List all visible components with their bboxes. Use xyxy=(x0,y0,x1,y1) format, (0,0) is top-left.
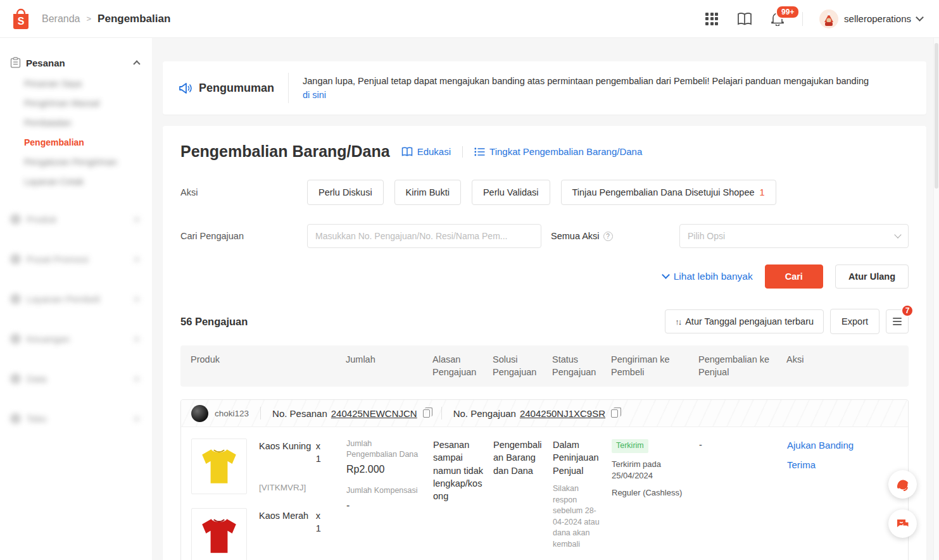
support-float-button[interactable] xyxy=(888,470,917,499)
sidebar-section-toko[interactable]: Toko xyxy=(0,407,152,430)
sidebar-item-pengembalian[interactable]: Pengembalian xyxy=(0,132,152,152)
product-qty: x1 xyxy=(316,440,340,466)
product-name[interactable]: Kaos Merah xyxy=(259,509,316,535)
compensation-value: - xyxy=(346,499,424,513)
refund-amount: Rp2.000 xyxy=(346,463,424,476)
section-label: Data xyxy=(27,373,47,384)
chevron-right-icon xyxy=(134,217,139,222)
divider xyxy=(462,146,463,158)
buyer-avatar xyxy=(191,405,208,422)
chevron-right-icon xyxy=(134,376,139,382)
perlu-validasi-button[interactable]: Perlu Validasi xyxy=(472,180,550,205)
product-name[interactable]: Kaos Kuning xyxy=(259,440,316,466)
cari-button[interactable]: Cari xyxy=(765,264,823,289)
returns-panel: Pengembalian Barang/Dana Edukasi Tingkat… xyxy=(163,126,926,560)
sidebar-section-data[interactable]: Data xyxy=(0,367,152,390)
chevron-down-icon xyxy=(894,231,901,238)
more-label: Lihat lebih banyak xyxy=(674,271,753,282)
sidebar-item-pengaturan-pengiriman[interactable]: Pengaturan Pengiriman xyxy=(0,152,152,171)
notification-bell-icon[interactable]: 99+ xyxy=(769,11,786,27)
svg-text:S: S xyxy=(18,16,25,27)
table-header: Produk Jumlah Alasan Pengajuan Solusi Pe… xyxy=(180,345,909,387)
chat-float-button[interactable] xyxy=(888,509,917,538)
sidebar: Pesanan Pesanan Saya Pengiriman Massal P… xyxy=(0,38,152,560)
sidebar-pesanan-label: Pesanan xyxy=(26,58,65,68)
product-image-kaos-kuning[interactable] xyxy=(191,439,247,494)
announcement-banner: Pengumuman Jangan lupa, Penjual tetap da… xyxy=(163,61,926,115)
product-qty: x1 xyxy=(316,509,340,535)
breadcrumb-home[interactable]: Beranda xyxy=(42,13,80,25)
tshirt-yellow-icon xyxy=(198,447,240,486)
col-aksi: Aksi xyxy=(786,354,909,378)
help-icon[interactable]: ? xyxy=(603,232,613,241)
section-label: Produk xyxy=(27,214,57,225)
sidebar-item-pembatalan[interactable]: Pembatalan xyxy=(0,113,152,132)
chevron-right-icon xyxy=(134,257,139,262)
buyer-username[interactable]: choki123 xyxy=(215,409,249,418)
product-image-kaos-merah[interactable] xyxy=(191,508,247,560)
refund-label: Jumlah Pengembalian Dana xyxy=(346,439,424,460)
edukasi-link[interactable]: Edukasi xyxy=(401,146,451,157)
scrollbar-thumb[interactable] xyxy=(935,43,938,189)
cell-produk: Kaos Kuning x1 [VITKMVRJ] xyxy=(191,439,346,560)
order-row-body: Kaos Kuning x1 [VITKMVRJ] xyxy=(181,427,908,560)
sidebar-item-layanan-cetak[interactable]: Layanan Cetak xyxy=(0,171,152,191)
status-badge: Terkirim xyxy=(612,439,648,453)
export-button[interactable]: Export xyxy=(830,309,879,334)
breadcrumb: Beranda > Pengembalian xyxy=(42,13,170,25)
pilih-opsi-select[interactable]: Pilih Opsi xyxy=(679,224,909,248)
semua-aksi-label: Semua Aksi ? xyxy=(551,231,613,241)
select-placeholder: Pilih Opsi xyxy=(688,231,725,241)
sidebar-section-pusat-promosi[interactable]: Pusat Promosi xyxy=(0,247,152,271)
apps-grid-icon[interactable] xyxy=(703,11,720,27)
kirim-bukti-button[interactable]: Kirim Bukti xyxy=(394,180,461,205)
chat-bubbles-icon xyxy=(895,516,911,532)
chevron-down-icon xyxy=(662,271,670,279)
sidebar-section-produk[interactable]: Produk xyxy=(0,208,152,231)
request-number: No. Pengajuan 2404250NJ1XC9SR xyxy=(453,408,618,419)
atur-ulang-button[interactable]: Atur Ulang xyxy=(835,264,909,289)
search-input[interactable] xyxy=(307,224,541,248)
sidebar-section-pesanan[interactable]: Pesanan xyxy=(0,52,152,73)
cell-pengembalian-penjual: - xyxy=(699,439,787,560)
guide-book-icon[interactable] xyxy=(736,11,753,27)
user-menu[interactable]: selleroperations xyxy=(819,9,923,28)
megaphone-icon xyxy=(178,82,192,95)
tingkat-pengembalian-link[interactable]: Tingkat Pengembalian Barang/Dana xyxy=(474,146,642,157)
section-icon xyxy=(10,333,21,344)
perlu-diskusi-button[interactable]: Perlu Diskusi xyxy=(307,180,384,205)
terima-link[interactable]: Terima xyxy=(787,458,899,471)
lihat-lebih-banyak-link[interactable]: Lihat lebih banyak xyxy=(663,271,753,282)
page-scrollbar[interactable] xyxy=(933,38,939,560)
copy-icon[interactable] xyxy=(423,409,430,418)
edukasi-book-icon xyxy=(401,147,413,157)
sidebar-section-layanan-pembeli[interactable]: Layanan Pembeli xyxy=(0,287,152,311)
copy-icon[interactable] xyxy=(611,409,618,418)
tingkat-label: Tingkat Pengembalian Barang/Dana xyxy=(489,146,642,157)
sidebar-section-keuangan[interactable]: Keuangan xyxy=(0,327,152,351)
column-filter-button[interactable]: 7 xyxy=(886,309,909,333)
request-number-value[interactable]: 2404250NJ1XC9SR xyxy=(520,408,605,419)
cell-solusi: Pengembalian Barang dan Dana xyxy=(493,439,553,560)
section-icon xyxy=(10,214,21,225)
tinjau-pengembalian-button[interactable]: Tinjau Pengembalian Dana Disetujui Shope… xyxy=(561,180,776,205)
grid-dots xyxy=(705,13,718,25)
avatar-image xyxy=(819,9,838,28)
breadcrumb-current: Pengembalian xyxy=(98,13,170,25)
order-number-value[interactable]: 240425NEWCNJCN xyxy=(331,408,417,419)
headset-icon xyxy=(895,477,911,492)
divider xyxy=(260,407,261,420)
announcement-link[interactable]: di sini xyxy=(303,90,326,100)
tinjau-label: Tinjau Pengembalian Dana Disetujui Shope… xyxy=(572,187,755,197)
sidebar-item-pengiriman-massal[interactable]: Pengiriman Massal xyxy=(0,93,152,113)
list-icon xyxy=(474,147,485,156)
order-number: No. Pesanan 240425NEWCNJCN xyxy=(272,408,430,419)
shopee-logo-icon: S xyxy=(9,8,32,30)
sort-button[interactable]: ↑↓ Atur Tanggal pengajuan terbaru xyxy=(665,309,824,333)
sidebar-item-pesanan-saya[interactable]: Pesanan Saya xyxy=(0,73,152,93)
ajukan-banding-link[interactable]: Ajukan Banding xyxy=(787,439,899,452)
shopee-logo[interactable]: S xyxy=(9,7,33,31)
delivered-date: Terkirim pada 25/04/2024 xyxy=(612,459,690,482)
compensation-label: Jumlah Kompensasi xyxy=(346,485,424,496)
notification-badge: 99+ xyxy=(776,5,800,19)
